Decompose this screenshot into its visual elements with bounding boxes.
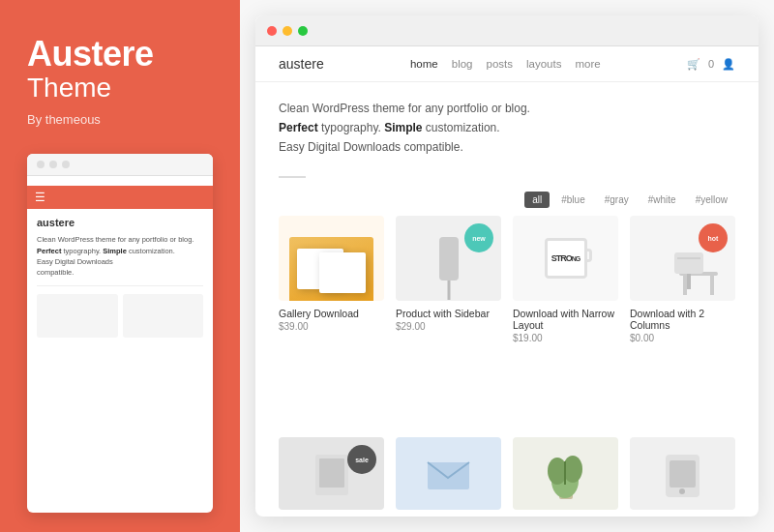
nav-blog[interactable]: blog [452,58,473,70]
charger-shape [439,237,459,281]
gallery-image-inner [289,237,373,301]
product-image-2cols: hot [630,216,735,301]
mini-browser-bar [27,154,213,176]
filter-white[interactable]: #white [640,192,684,208]
nav-icons: 🛒 0 👤 [687,58,735,71]
mini-card-1 [37,294,118,338]
gallery-paper-front [319,252,366,294]
browser-dot-green [298,26,308,36]
nav-home[interactable]: home [410,58,438,70]
svg-rect-1 [683,276,687,295]
product-image-row2-4 [630,437,735,510]
browser-window: austere home blog posts layouts more 🛒 0… [255,15,759,517]
svg-rect-4 [687,274,691,289]
theme-name: Austere Theme [27,35,213,112]
product-price-gallery: $39.00 [279,321,384,332]
product-image-row2-1: sale [279,437,384,510]
filter-blue[interactable]: #blue [553,192,592,208]
svg-rect-5 [677,257,700,259]
hero-divider [279,176,306,178]
mini-card-2 [123,294,204,338]
mini-browser-preview: ☰ austere Clean WordPress theme for any … [27,154,213,513]
mini-description: Clean WordPress theme for any portfolio … [37,234,203,278]
device-svg [656,447,709,500]
mini-dot-1 [37,161,45,168]
mini-hamburger-icon: ☰ [35,191,45,204]
mug-shape: STRONG [545,238,587,279]
product-image-gallery [279,216,384,301]
by-line: By themeous [27,112,213,127]
browser-content: austere home blog posts layouts more 🛒 0… [255,46,759,517]
product-grid-row2: sale [255,437,759,517]
product-grid: Gallery Download $39.00 new Product with… [255,216,759,437]
filter-yellow[interactable]: #yellow [688,192,735,208]
hero-description: Clean WordPress theme for any portfolio … [279,100,735,157]
svg-rect-15 [670,460,696,488]
svg-rect-3 [674,252,703,274]
mini-dot-3 [62,161,70,168]
product-price-sidebar: $29.00 [396,321,501,332]
browser-dot-red [267,26,277,36]
nav-layouts[interactable]: layouts [526,58,561,70]
product-card-row2-1[interactable]: sale [279,437,384,517]
product-name-2cols: Download with 2 Columns [630,308,735,331]
product-card-row2-4[interactable] [630,437,735,517]
mug-handle [584,249,592,262]
product-card-gallery[interactable]: Gallery Download $39.00 [279,216,384,426]
browser-toolbar [255,15,759,46]
site-logo: austere [279,56,324,72]
cart-icon[interactable]: 🛒 [687,58,700,71]
product-image-sidebar: new [396,216,501,301]
left-panel: Austere Theme By themeous ☰ austere Clea… [0,0,240,532]
product-image-row2-2 [396,437,501,510]
product-badge-sale: sale [347,445,376,474]
product-name-gallery: Gallery Download [279,308,384,319]
nav-links: home blog posts layouts more [410,58,601,70]
mini-divider [37,285,203,286]
product-card-narrow[interactable]: STRONG Download with Narrow Layout $19.0… [513,216,618,426]
mini-dot-2 [49,161,57,168]
nav-posts[interactable]: posts [486,58,513,70]
filter-all[interactable]: all [524,192,550,208]
mini-nav-bar: ☰ [27,186,213,209]
svg-point-16 [679,488,685,494]
product-name-narrow: Download with Narrow Layout [513,308,618,331]
mini-browser-content: ☰ austere Clean WordPress theme for any … [27,176,213,338]
plant-svg [544,442,587,505]
browser-dot-yellow [283,26,292,36]
site-nav: austere home blog posts layouts more 🛒 0… [255,46,759,82]
product-card-row2-3[interactable] [513,437,618,517]
product-card-sidebar[interactable]: new Product with Sidebar $29.00 [396,216,501,426]
filter-gray[interactable]: #gray [597,192,637,208]
product-name-sidebar: Product with Sidebar [396,308,501,319]
mini-product-grid [37,294,203,338]
charger-cable [447,281,450,300]
product-price-narrow: $19.00 [513,333,618,343]
envelope-svg [422,447,475,500]
nav-more[interactable]: more [575,58,600,70]
product-image-narrow: STRONG [513,216,618,301]
right-panel: austere home blog posts layouts more 🛒 0… [240,0,774,532]
product-card-2cols[interactable]: hot Download with 2 Columns $0.00 [630,216,735,426]
user-icon[interactable]: 👤 [722,58,735,71]
cart-count: 0 [708,58,714,70]
product-card-row2-2[interactable] [396,437,501,517]
hero-text: Clean WordPress theme for any portfolio … [255,82,759,166]
product-price-2cols: $0.00 [630,333,735,343]
product-badge-new: new [464,223,493,252]
mini-site-name: austere [37,217,203,228]
filter-bar: all #blue #gray #white #yellow [255,188,759,216]
svg-rect-2 [710,276,714,295]
svg-rect-7 [319,458,344,488]
product-image-row2-3 [513,437,618,510]
